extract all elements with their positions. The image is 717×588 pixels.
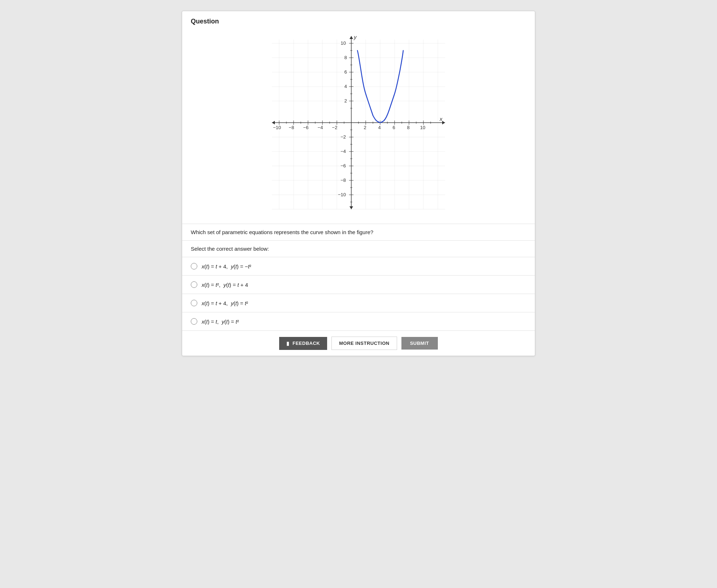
- svg-text:−10: −10: [273, 125, 281, 130]
- svg-text:−6: −6: [303, 125, 309, 130]
- more-instruction-label: MORE INSTRUCTION: [339, 341, 389, 346]
- option-label-4: x(t) = t, y(t) = t²: [202, 319, 239, 325]
- svg-text:−10: −10: [338, 192, 346, 197]
- svg-text:−6: −6: [340, 163, 346, 168]
- radio-opt1[interactable]: [191, 263, 197, 269]
- answer-option-4[interactable]: x(t) = t, y(t) = t²: [182, 312, 535, 330]
- more-instruction-button[interactable]: MORE INSTRUCTION: [331, 337, 397, 350]
- graph-svg: −10 −8 −6 −4 −2 2 4 6 8 10 10 8 6 4 2 −2…: [268, 32, 449, 220]
- submit-label: SUBMIT: [410, 341, 429, 346]
- option-label-1: x(t) = t + 4, y(t) = −t²: [202, 263, 251, 269]
- radio-opt4[interactable]: [191, 318, 197, 325]
- answer-option-2[interactable]: x(t) = t², y(t) = t + 4: [182, 275, 535, 294]
- question-card: Question: [182, 11, 535, 356]
- svg-text:6: 6: [344, 69, 347, 75]
- svg-text:−4: −4: [318, 125, 323, 130]
- svg-text:−4: −4: [340, 149, 346, 154]
- select-correct-text: Select the correct answer below:: [182, 240, 535, 257]
- answer-option-3[interactable]: x(t) = t + 4, y(t) = t²: [182, 294, 535, 312]
- option-label-3: x(t) = t + 4, y(t) = t²: [202, 300, 248, 306]
- radio-opt3[interactable]: [191, 300, 197, 306]
- svg-text:6: 6: [392, 125, 395, 130]
- svg-text:8: 8: [407, 125, 409, 130]
- svg-text:−2: −2: [332, 125, 338, 130]
- svg-text:2: 2: [364, 125, 366, 130]
- card-title: Question: [182, 11, 535, 29]
- svg-text:4: 4: [378, 125, 381, 130]
- submit-button[interactable]: SUBMIT: [401, 337, 438, 350]
- option-label-2: x(t) = t², y(t) = t + 4: [202, 282, 248, 288]
- svg-text:2: 2: [344, 98, 347, 104]
- feedback-label: FEEDBACK: [292, 341, 320, 346]
- svg-text:10: 10: [341, 40, 346, 46]
- question-text: Which set of parametric equations repres…: [182, 224, 535, 240]
- feedback-button[interactable]: ▮ FEEDBACK: [279, 337, 327, 350]
- svg-text:−8: −8: [340, 177, 346, 183]
- radio-opt2[interactable]: [191, 281, 197, 288]
- answer-option-1[interactable]: x(t) = t + 4, y(t) = −t²: [182, 257, 535, 275]
- footer: ▮ FEEDBACK MORE INSTRUCTION SUBMIT: [182, 330, 535, 356]
- feedback-icon: ▮: [286, 341, 290, 346]
- svg-text:10: 10: [420, 125, 425, 130]
- svg-text:4: 4: [344, 84, 347, 89]
- svg-text:−2: −2: [340, 134, 346, 140]
- graph-section: −10 −8 −6 −4 −2 2 4 6 8 10 10 8 6 4 2 −2…: [182, 29, 535, 224]
- svg-text:−8: −8: [289, 125, 294, 130]
- svg-text:x: x: [439, 116, 443, 122]
- svg-text:8: 8: [344, 55, 347, 60]
